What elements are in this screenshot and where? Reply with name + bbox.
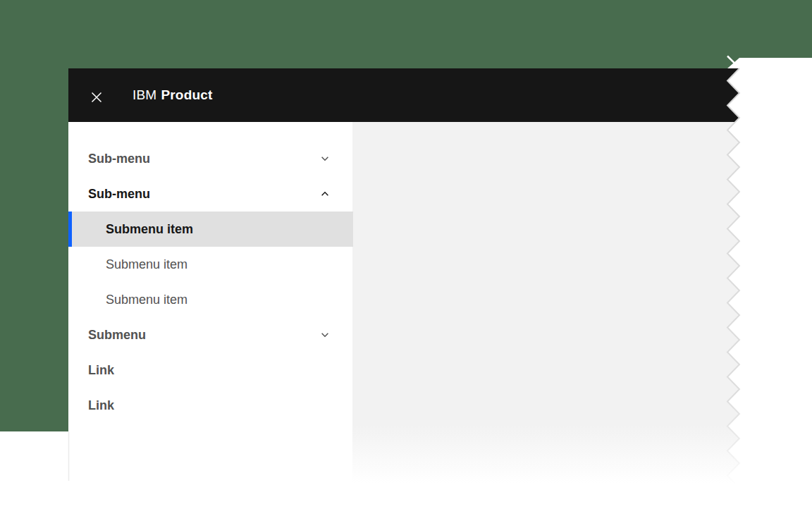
nav-item-submenu-toggle-1[interactable]: Sub-menu <box>68 141 353 176</box>
nav-item-link-1[interactable]: Link <box>68 353 353 388</box>
nav-item-submenu-toggle-2-expanded[interactable]: Sub-menu <box>68 176 353 212</box>
close-icon <box>91 92 102 103</box>
nav-item-label: Sub-menu <box>88 187 150 202</box>
nav-item-submenu-item-3[interactable]: Submenu item <box>68 282 353 317</box>
nav-item-label: Link <box>88 363 114 378</box>
nav-item-link-2[interactable]: Link <box>68 388 353 423</box>
nav-item-label: Submenu <box>88 328 146 343</box>
brand-product-name: Product <box>161 87 212 103</box>
nav-item-submenu-item-2[interactable]: Submenu item <box>68 247 353 282</box>
nav-item-submenu-toggle-3[interactable]: Submenu <box>68 317 353 353</box>
nav-item-label: Sub-menu <box>88 152 150 166</box>
nav-item-label: Submenu item <box>106 222 193 237</box>
content-area-shape <box>352 122 739 483</box>
header-brand: IBM Product <box>133 68 213 122</box>
page: IBM Product Sub-menu Sub-menu Submenu it… <box>0 0 812 521</box>
brand-prefix: IBM <box>133 87 156 103</box>
chevron-down-icon <box>320 154 330 164</box>
nav-item-submenu-item-selected[interactable]: Submenu item <box>68 212 353 247</box>
nav-item-label: Submenu item <box>106 257 187 272</box>
chevron-down-icon <box>320 330 330 340</box>
chevron-up-icon <box>320 189 330 199</box>
nav-item-label: Link <box>88 398 114 413</box>
close-button[interactable] <box>86 87 107 108</box>
selected-indicator <box>68 212 72 247</box>
nav-item-label: Submenu item <box>106 293 187 307</box>
